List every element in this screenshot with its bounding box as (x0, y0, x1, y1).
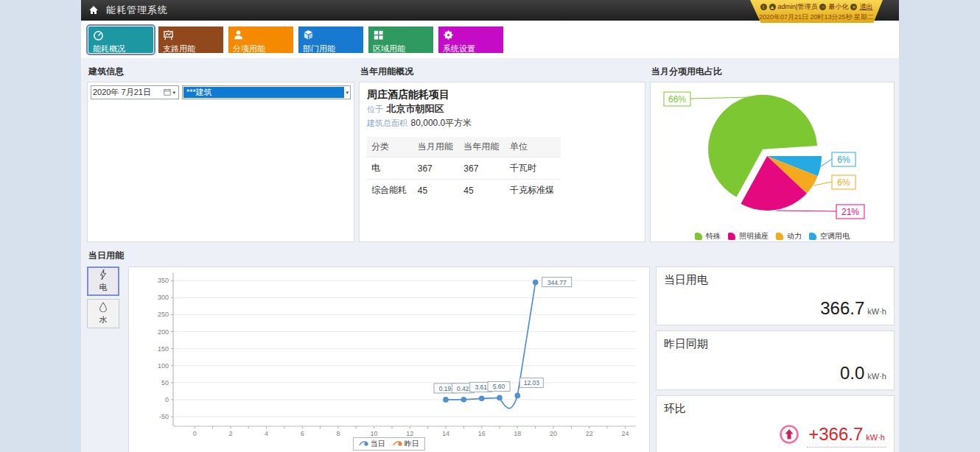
svg-text:6: 6 (301, 430, 304, 437)
svg-text:100: 100 (158, 362, 169, 370)
energy-type-tabs: 电 水 (87, 266, 122, 452)
building-select-value: ***建筑 (183, 87, 344, 98)
stat-card-yesterday: 昨日同期 0.0kW·h (656, 331, 895, 389)
top-bar: 能耗管理系统 i ▲ admin|管理员 − 最小化 × 退出 2020年07月… (81, 0, 899, 21)
nav-label: 部门用能 (303, 43, 359, 54)
table-row: 综合能耗 45 45 千克标准煤 (367, 180, 561, 202)
daily-usage-chart-panel: -500501001502002503003500246810121416182… (128, 266, 650, 452)
calendar-icon (164, 88, 171, 97)
chart-legend: 当日 昨日 (353, 437, 425, 451)
svg-text:0.42: 0.42 (457, 385, 469, 392)
legend-label: 当日 (371, 439, 385, 449)
svg-text:2: 2 (228, 430, 232, 437)
svg-text:0: 0 (193, 430, 197, 437)
cell: 综合能耗 (367, 180, 413, 202)
tab-water[interactable]: 水 (87, 299, 119, 328)
svg-text:18: 18 (514, 430, 521, 437)
dropdown-arrow-icon: ▾ (345, 90, 351, 96)
app-title: 能耗管理系统 (106, 4, 168, 17)
energy-dashboard: 能耗管理系统 i ▲ admin|管理员 − 最小化 × 退出 2020年07月… (81, 0, 899, 452)
svg-text:5.60: 5.60 (493, 383, 505, 390)
up-arrow-icon (779, 424, 799, 448)
legend-item[interactable]: 空调用电 (809, 231, 850, 241)
cell: 千克标准煤 (505, 180, 561, 202)
legend-swatch-icon (728, 233, 735, 240)
daily-stats-column: 当日用电 366.7kW·h 昨日同期 0.0kW·h 环比 +366.7kW·… (656, 266, 895, 452)
user-name: admin|管理员 (778, 2, 818, 12)
logout-icon[interactable]: × (850, 4, 857, 10)
panel-title: 当年用能概况 (359, 61, 645, 82)
nav-label: 系统设置 (443, 43, 499, 54)
svg-text:21%: 21% (841, 207, 859, 217)
building-select[interactable]: ***建筑 ▾ (182, 85, 351, 99)
minimize-label[interactable]: 最小化 (828, 2, 848, 12)
svg-text:16: 16 (478, 430, 486, 437)
nav-label: 支路用能 (163, 43, 219, 54)
minimize-icon[interactable]: − (819, 4, 826, 10)
svg-text:0: 0 (165, 396, 169, 403)
svg-text:24: 24 (621, 430, 629, 437)
svg-text:66%: 66% (668, 94, 686, 105)
cell: 367 (459, 158, 505, 180)
svg-text:20: 20 (550, 430, 557, 437)
annual-energy-table: 分类 当月用能 当年用能 单位 电 367 367 千瓦时 (367, 137, 561, 201)
nav-tile-region-usage[interactable]: 区域用能 (368, 27, 433, 53)
nav-tile-system-settings[interactable]: 系统设置 (438, 27, 503, 53)
stat-unit: kW·h (866, 433, 885, 442)
user-badge: i ▲ admin|管理员 − 最小化 × 退出 2020年07月21日 20时… (750, 0, 883, 23)
subitem-electricity-pie-chart[interactable]: 66%6%6%21% (651, 82, 894, 227)
section-title: 当日用能 (87, 247, 895, 266)
legend-item[interactable]: 动力 (776, 231, 802, 241)
nav-label: 区域用能 (373, 43, 429, 54)
date-picker[interactable]: 2020年 7月21日 ▾ (91, 85, 179, 99)
table-row: 电 367 367 千瓦时 (367, 158, 561, 180)
nav-tile-energy-overview[interactable]: 能耗概况 (88, 27, 153, 53)
legend-item-today[interactable]: 当日 (359, 439, 385, 449)
svg-text:6%: 6% (837, 155, 850, 165)
daily-energy-section: 当日用能 电 水 -500501001502002503003500246810… (81, 242, 899, 452)
lightning-icon (99, 269, 108, 281)
legend-swatch-icon (809, 233, 816, 240)
top-panels-row: 建筑信息 2020年 7月21日 ▾ ***建筑 ▾ 当年用能概况 (81, 58, 899, 242)
today-marker-icon (359, 439, 369, 448)
stat-label: 环比 (664, 402, 886, 416)
cell: 45 (459, 180, 505, 202)
cell: 电 (367, 158, 413, 180)
daily-usage-line-chart[interactable]: -500501001502002503003500246810121416182… (129, 267, 646, 437)
svg-text:8: 8 (336, 430, 340, 437)
svg-text:22: 22 (586, 430, 593, 437)
gauge-icon (93, 29, 149, 43)
tab-electricity[interactable]: 电 (87, 266, 119, 296)
legend-swatch-icon (776, 233, 783, 240)
col-header: 当月用能 (413, 137, 460, 158)
nav-tile-department-usage[interactable]: 部门用能 (298, 27, 363, 53)
dropdown-arrow-icon: ▾ (171, 90, 177, 96)
tab-label: 水 (99, 314, 108, 325)
panel-title: 当月分项用电占比 (650, 61, 895, 82)
svg-text:10: 10 (371, 430, 378, 437)
home-icon[interactable] (81, 4, 106, 16)
legend-item[interactable]: 照明插座 (728, 231, 769, 241)
svg-text:200: 200 (158, 328, 169, 336)
svg-text:4: 4 (265, 430, 268, 437)
date-value: 2020年 7月21日 (93, 87, 164, 98)
easel-chart-icon (163, 29, 219, 43)
nav-tile-branch-usage[interactable]: 支路用能 (158, 27, 223, 53)
cube-icon (303, 29, 359, 43)
pie-legend: 特殊 照明插座 动力 空调用电 (651, 230, 894, 242)
legend-item[interactable]: 特殊 (695, 231, 721, 241)
stat-card-ring-ratio: 环比 +366.7kW·h (656, 395, 895, 452)
legend-label: 特殊 (706, 231, 721, 241)
nav-tile-subitem-usage[interactable]: 分项用能 (228, 27, 293, 53)
nav-bar: 能耗概况 支路用能 分项用能 部门用能 区域用能 系统设置 (81, 21, 899, 58)
panel-title: 建筑信息 (87, 61, 354, 82)
nav-label: 分项用能 (233, 43, 289, 54)
svg-text:14: 14 (442, 430, 449, 437)
logout-label[interactable]: 退出 (859, 2, 872, 12)
legend-label: 空调用电 (820, 231, 850, 241)
datetime-text: 2020年07月21日 20时13分25秒 星期二 (750, 13, 883, 22)
svg-text:250: 250 (158, 311, 169, 318)
area-label: 建筑总面积 (367, 119, 407, 127)
info-icon[interactable]: i (760, 4, 767, 10)
legend-item-yesterday[interactable]: 昨日 (393, 439, 419, 449)
